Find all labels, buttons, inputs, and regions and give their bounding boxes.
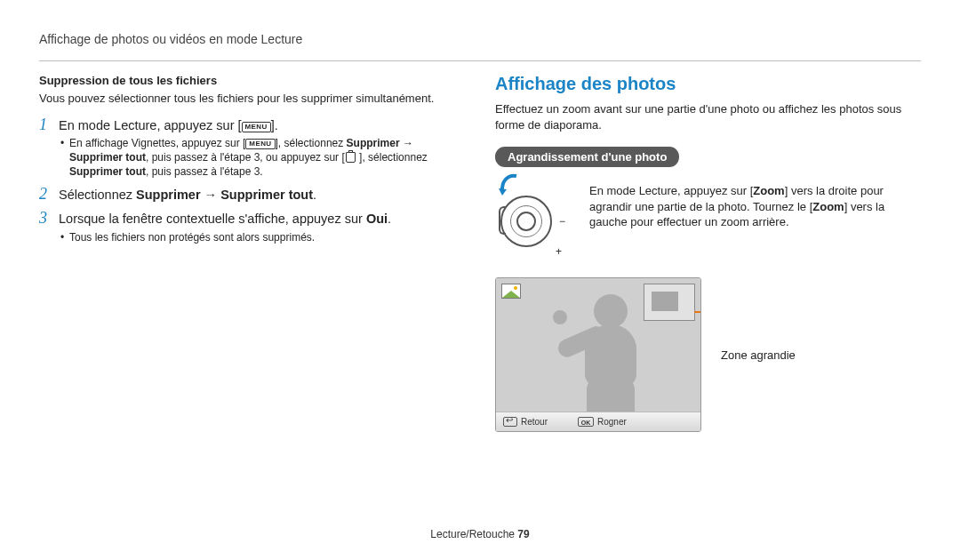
right-column: Affichage des photos Effectuez un zoom a… [495, 74, 921, 432]
t: Supprimer tout [220, 188, 313, 202]
crop-label: Rogner [597, 417, 627, 427]
step-3-text: Lorsque la fenêtre contextuelle s'affich… [59, 211, 391, 228]
back-button-icon [503, 417, 517, 427]
t: Sélectionnez [59, 188, 136, 202]
subsection-pill: Agrandissement d'une photo [495, 147, 679, 167]
footer-section: Lecture/Retouche [430, 528, 517, 540]
t: Lorsque la fenêtre contextuelle s'affich… [59, 212, 366, 226]
plus-sign: + [556, 245, 562, 258]
page-breadcrumb: Affichage de photos ou vidéos en mode Le… [0, 0, 960, 55]
t: Zoom [812, 200, 844, 213]
step-1: 1 En mode Lecture, appuyez sur [MENU]. [39, 116, 465, 135]
step-2-text: Sélectionnez Supprimer → Supprimer tout. [59, 187, 316, 204]
step-3-bullet: Tous les fichiers non protégés sont alor… [60, 230, 465, 244]
t: → [201, 188, 221, 202]
t: Supprimer [136, 188, 201, 202]
curved-arrow-icon [499, 172, 520, 199]
section-title: Affichage des photos [495, 74, 921, 94]
t: En affichage Vignettes, appuyez sur [ [69, 137, 245, 149]
t: En mode Lecture, appuyez sur [ [589, 184, 753, 197]
steps-cont: 2 Sélectionnez Supprimer → Supprimer tou… [39, 185, 465, 228]
t: Supprimer tout [69, 151, 146, 164]
step-number: 1 [39, 116, 59, 134]
screen-preview-row: Retour OK Rogner Zone agrandie [495, 277, 921, 432]
child-silhouette [555, 292, 661, 412]
menu-icon: MENU [242, 122, 271, 132]
left-column: Suppression de tous les fichiers Vous po… [39, 74, 465, 432]
zone-agrandie-label: Zone agrandie [721, 348, 796, 362]
screen-viewport [496, 278, 700, 412]
delete-steps: 1 En mode Lecture, appuyez sur [MENU]. [39, 116, 465, 135]
footer-page-number: 79 [517, 528, 529, 540]
step-3: 3 Lorsque la fenêtre contextuelle s'affi… [39, 209, 465, 228]
trash-icon [346, 152, 356, 163]
delete-all-heading: Suppression de tous les fichiers [39, 74, 465, 87]
step-3-bullets: Tous les fichiers non protégés sont alor… [39, 230, 465, 244]
step-1-bullet: En affichage Vignettes, appuyez sur [MEN… [60, 136, 465, 180]
t: Zoom [753, 184, 784, 197]
step-2: 2 Sélectionnez Supprimer → Supprimer tou… [39, 185, 465, 204]
step-number: 3 [39, 209, 59, 228]
zoom-instruction-row: − + En mode Lecture, appuyez sur [Zoom] … [495, 176, 921, 265]
t: Supprimer tout [69, 165, 146, 178]
t: Supprimer [347, 137, 400, 149]
zoom-instruction-text: En mode Lecture, appuyez sur [Zoom] vers… [589, 176, 921, 230]
step-1-text: En mode Lecture, appuyez sur [MENU]. [59, 117, 278, 135]
t: ], sélectionnez [276, 137, 347, 149]
ok-button-icon: OK [578, 417, 594, 427]
silhouette-body [585, 324, 636, 387]
text: En mode Lecture, appuyez sur [ [59, 118, 242, 132]
t: Oui [366, 212, 388, 226]
thumbnail-icon [501, 284, 521, 299]
page-footer: Lecture/Retouche 79 [0, 528, 960, 540]
camera-screen: Retour OK Rogner [495, 277, 701, 432]
t: . [313, 188, 316, 202]
t: . [388, 212, 391, 226]
t: ], sélectionnez [356, 151, 428, 164]
two-column-layout: Suppression de tous les fichiers Vous po… [0, 61, 960, 432]
silhouette-head [594, 294, 628, 328]
callout-leader-line [694, 311, 701, 313]
silhouette-hand [553, 310, 567, 324]
t: → [400, 137, 413, 149]
dial-inner [516, 212, 536, 231]
minus-sign: − [559, 215, 565, 228]
section-intro: Effectuez un zoom avant sur une partie d… [495, 101, 921, 132]
step-1-bullets: En affichage Vignettes, appuyez sur [MEN… [39, 136, 465, 180]
dial-lever [499, 206, 506, 235]
silhouette-legs [587, 380, 635, 415]
crop-action: OK Rogner [571, 417, 634, 427]
dial-outer [500, 196, 552, 247]
t: , puis passez à l'étape 3. [146, 165, 263, 178]
text: ]. [271, 118, 278, 132]
zoom-dial-illustration: − + [495, 176, 572, 265]
delete-all-intro: Vous pouvez sélectionner tous les fichie… [39, 91, 465, 107]
back-action: Retour [496, 417, 555, 427]
back-label: Retour [521, 417, 548, 427]
screen-action-bar: Retour OK Rogner [496, 412, 700, 431]
t: , puis passez à l'étape 3, ou appuyez su… [146, 151, 345, 164]
step-number: 2 [39, 185, 59, 204]
menu-icon: MENU [245, 139, 275, 149]
